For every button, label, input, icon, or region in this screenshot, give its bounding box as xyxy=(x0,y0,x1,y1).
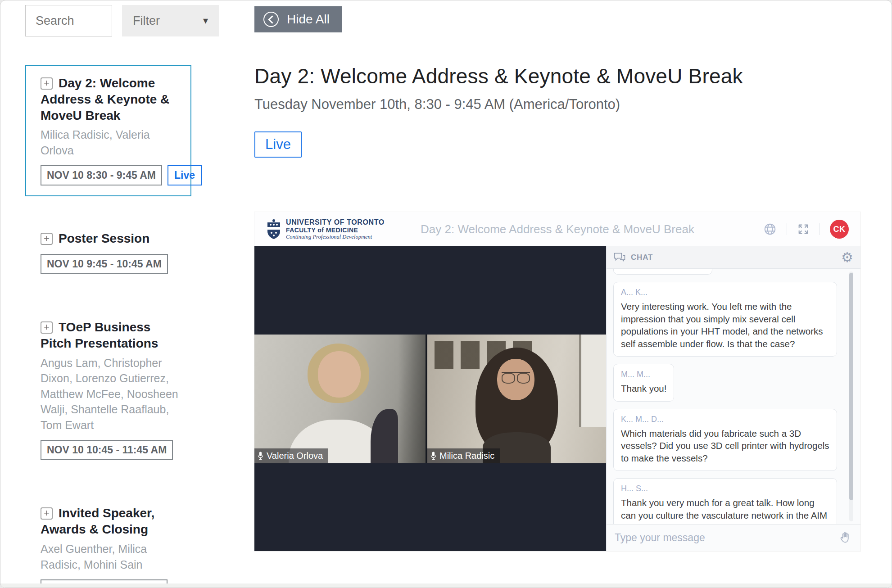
chevron-left-circle-icon xyxy=(263,12,279,27)
chat-title: CHAT xyxy=(631,253,653,262)
session-speakers: Axel Guenther, Milica Radisic, Mohini Sa… xyxy=(41,541,181,572)
hide-all-label: Hide All xyxy=(287,12,330,27)
university-of-toronto-logo: UNIVERSITY OF TORONTO FACULTY of MEDICIN… xyxy=(266,218,385,240)
webcam-feeds: Valeria Orlova xyxy=(254,335,606,463)
session-title-text: Day 2: Welcome Address & Keynote & MoveU… xyxy=(41,76,169,122)
chat-message: K... M... D... Which materials did you f… xyxy=(613,409,837,471)
session-time-badge: NOV 10 9:45 - 10:45 AM xyxy=(41,254,168,274)
session-title: +Poster Session xyxy=(41,231,181,247)
chat-message-text: Thank you very much for a great talk. Ho… xyxy=(621,497,829,524)
chat-message: H... S... Thank you very much for a grea… xyxy=(613,478,837,524)
session-card[interactable]: +Day 2: Welcome Address & Keynote & Move… xyxy=(25,65,191,196)
microphone-icon xyxy=(258,452,263,460)
session-title-text: Invited Speaker, Awards & Closing xyxy=(41,506,154,536)
webcam-feed-valeria-orlova: Valeria Orlova xyxy=(254,335,426,463)
chat-input-bar xyxy=(607,524,860,551)
divider xyxy=(820,223,820,235)
chat-message-text: Very interesting work. You left me with … xyxy=(621,300,829,350)
language-globe-icon[interactable] xyxy=(763,222,777,236)
chat-panel: CHAT ⚙ under your system ? A... K... Ver… xyxy=(606,246,860,551)
chevron-down-icon: ▾ xyxy=(203,15,208,27)
microphone-icon xyxy=(430,452,436,460)
decor xyxy=(318,351,361,398)
raise-hand-icon[interactable] xyxy=(839,531,852,545)
chat-message-input[interactable] xyxy=(615,532,833,544)
logo-line-2: FACULTY of MEDICINE xyxy=(286,226,385,234)
live-status-badge: Live xyxy=(254,131,302,158)
session-badges: NOV 10 10:45 - 11:45 AM xyxy=(41,440,181,460)
uoft-crest-icon xyxy=(266,219,281,240)
session-title: +TOeP Business Pitch Presentations xyxy=(41,319,181,352)
session-speakers: Angus Lam, Christopher Dixon, Lorenzo Gu… xyxy=(41,355,181,433)
webcam-feed-milica-radisic: Milica Radisic xyxy=(427,335,606,463)
page-title: Day 2: Welcome Address & Keynote & MoveU… xyxy=(254,64,867,88)
main-content: Hide All Day 2: Welcome Address & Keynot… xyxy=(254,6,867,158)
chat-message: A... K... Very interesting work. You lef… xyxy=(613,282,837,357)
chat-message-sender: H... S... xyxy=(621,484,829,493)
video-stage: Valeria Orlova xyxy=(254,246,606,551)
speaker-name: Valeria Orlova xyxy=(267,451,323,461)
session-card[interactable]: +Poster Session NOV 10 9:45 - 10:45 AM xyxy=(25,221,191,285)
sessions-sidebar: Filter ▾ +Day 2: Welcome Address & Keyno… xyxy=(25,5,219,588)
expand-plus-icon[interactable]: + xyxy=(41,321,53,334)
logo-text: UNIVERSITY OF TORONTO FACULTY of MEDICIN… xyxy=(286,218,385,240)
player-body: Valeria Orlova xyxy=(254,246,860,551)
session-badges: NOV 10 8:30 - 9:45 AM Live xyxy=(41,165,181,185)
logo-line-1: UNIVERSITY OF TORONTO xyxy=(286,218,385,226)
app-window: Filter ▾ +Day 2: Welcome Address & Keyno… xyxy=(0,0,892,588)
session-title-text: TOeP Business Pitch Presentations xyxy=(41,320,158,350)
chat-message: M... M... Thank you! xyxy=(613,364,674,401)
chat-message-sender: M... M... xyxy=(621,370,666,379)
chat-message-list: under your system ? A... K... Very inter… xyxy=(607,269,860,524)
session-time-badge: NOV 10 8:30 - 9:45 AM xyxy=(41,165,162,185)
session-card[interactable]: +TOeP Business Pitch Presentations Angus… xyxy=(25,309,191,471)
filter-dropdown[interactable]: Filter ▾ xyxy=(122,5,219,36)
session-title-text: Poster Session xyxy=(59,231,149,245)
search-input[interactable] xyxy=(25,5,112,36)
search-filter-row: Filter ▾ xyxy=(25,5,219,36)
expand-plus-icon[interactable]: + xyxy=(41,77,53,90)
player-session-title: Day 2: Welcome Address & Keynote & MoveU… xyxy=(421,222,694,236)
chat-scrollbar-thumb[interactable] xyxy=(849,273,853,500)
divider xyxy=(787,223,787,235)
session-badges: NOV 10 9:45 - 10:45 AM xyxy=(41,254,181,274)
decor xyxy=(579,335,606,427)
chat-header: CHAT ⚙ xyxy=(607,246,860,269)
decor xyxy=(502,372,530,384)
speaker-name-tag: Valeria Orlova xyxy=(254,448,328,463)
session-speakers: Milica Radisic, Valeria Orlova xyxy=(41,127,181,158)
speaker-name-tag: Milica Radisic xyxy=(427,448,500,463)
session-datetime: Tuesday November 10th, 8:30 - 9:45 AM (A… xyxy=(254,96,867,113)
session-live-badge: Live xyxy=(168,165,202,185)
session-title: +Invited Speaker, Awards & Closing xyxy=(41,505,181,538)
session-list: +Day 2: Welcome Address & Keynote & Move… xyxy=(25,65,219,588)
decor xyxy=(398,335,426,463)
logo-line-3: Continuing Professional Development xyxy=(286,234,385,240)
player-header-icons: CK xyxy=(763,220,849,239)
session-card[interactable]: +Invited Speaker, Awards & Closing Axel … xyxy=(25,495,191,588)
chat-message-partial: under your system ? xyxy=(613,269,712,275)
user-avatar[interactable]: CK xyxy=(830,220,849,239)
fullscreen-expand-icon[interactable] xyxy=(797,223,810,235)
session-title: +Day 2: Welcome Address & Keynote & Move… xyxy=(41,75,181,123)
expand-plus-icon[interactable]: + xyxy=(41,507,53,520)
session-time-badge: NOV 10 10:45 - 11:45 AM xyxy=(41,440,173,460)
chat-message-text: Which materials did you fabricate such a… xyxy=(621,427,829,464)
chat-message-sender: K... M... D... xyxy=(621,415,829,424)
decor xyxy=(371,409,398,463)
filter-label: Filter xyxy=(133,14,160,28)
player-header: UNIVERSITY OF TORONTO FACULTY of MEDICIN… xyxy=(254,212,860,246)
window-edge xyxy=(0,583,892,588)
settings-gear-icon[interactable]: ⚙ xyxy=(841,251,853,264)
speaker-name: Milica Radisic xyxy=(439,451,494,461)
video-player-embed: UNIVERSITY OF TORONTO FACULTY of MEDICIN… xyxy=(254,212,860,551)
chat-message-sender: A... K... xyxy=(621,288,829,297)
expand-plus-icon[interactable]: + xyxy=(41,233,53,245)
chat-message-text: Thank you! xyxy=(621,382,666,394)
chat-bubbles-icon xyxy=(614,253,625,262)
hide-all-button[interactable]: Hide All xyxy=(254,6,342,32)
